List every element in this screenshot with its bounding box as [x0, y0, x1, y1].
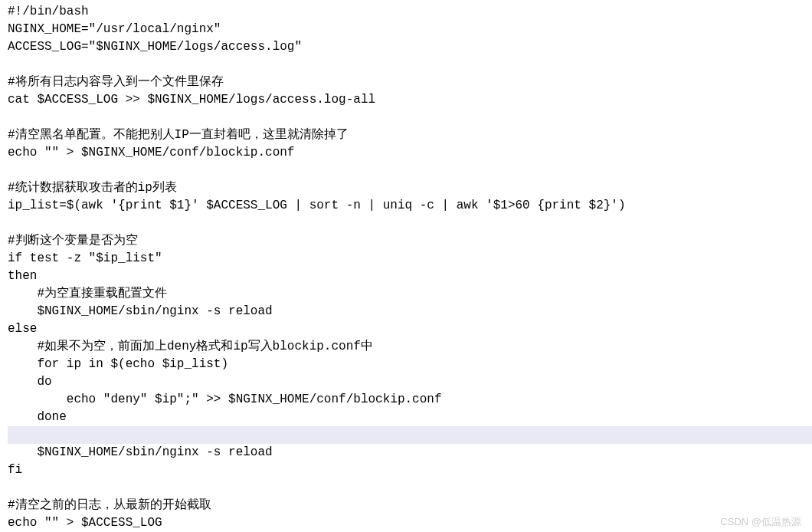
code-line	[8, 56, 812, 74]
code-line: do	[8, 373, 812, 391]
code-line: echo "deny" $ip";" >> $NGINX_HOME/conf/b…	[8, 391, 812, 409]
code-line: echo "" > $NGINX_HOME/conf/blockip.conf	[8, 144, 812, 162]
code-line	[8, 426, 812, 444]
code-line	[8, 215, 812, 232]
code-line: cat $ACCESS_LOG >> $NGINX_HOME/logs/acce…	[8, 91, 812, 109]
code-line	[8, 479, 812, 497]
code-line	[8, 162, 812, 179]
code-line: echo "" > $ACCESS_LOG	[8, 514, 812, 532]
code-line	[8, 109, 812, 126]
code-line: ip_list=$(awk '{print $1}' $ACCESS_LOG |…	[8, 197, 812, 215]
code-line: $NGINX_HOME/sbin/nginx -s reload	[8, 303, 812, 320]
code-line: fi	[8, 461, 812, 479]
code-line: #清空之前的日志，从最新的开始截取	[8, 497, 812, 514]
code-line: done	[8, 409, 812, 426]
code-line: ACCESS_LOG="$NGINX_HOME/logs/access.log"	[8, 38, 812, 56]
code-block: #!/bin/bashNGINX_HOME="/usr/local/nginx"…	[0, 0, 812, 532]
code-line: #为空直接重载配置文件	[8, 285, 812, 303]
code-line: #!/bin/bash	[8, 3, 812, 21]
code-line: #统计数据获取攻击者的ip列表	[8, 179, 812, 197]
code-line: NGINX_HOME="/usr/local/nginx"	[8, 21, 812, 38]
code-line: if test -z "$ip_list"	[8, 250, 812, 268]
code-line: else	[8, 320, 812, 338]
code-line: for ip in $(echo $ip_list)	[8, 356, 812, 373]
code-line: then	[8, 268, 812, 285]
code-line: #将所有日志内容导入到一个文件里保存	[8, 74, 812, 91]
code-line: #判断这个变量是否为空	[8, 232, 812, 250]
code-line: $NGINX_HOME/sbin/nginx -s reload	[8, 444, 812, 461]
code-line: #清空黑名单配置。不能把别人IP一直封着吧，这里就清除掉了	[8, 126, 812, 144]
code-line: #如果不为空，前面加上deny格式和ip写入blockip.conf中	[8, 338, 812, 356]
